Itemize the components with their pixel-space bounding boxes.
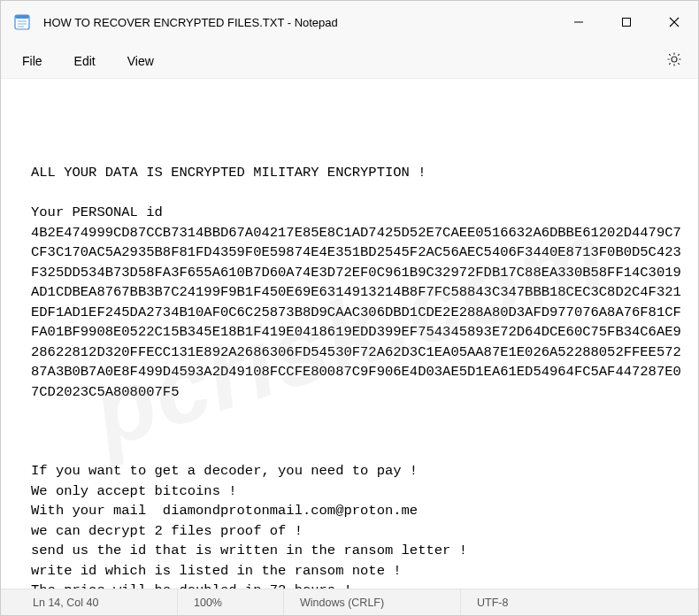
titlebar[interactable]: HOW TO RECOVER ENCRYPTED FILES.TXT - Not… xyxy=(1,1,698,43)
status-eol: Windows (CRLF) xyxy=(284,589,461,615)
minimize-button[interactable] xyxy=(555,1,603,43)
maximize-button[interactable] xyxy=(603,1,650,43)
menu-view[interactable]: View xyxy=(111,49,170,73)
status-cursor: Ln 14, Col 40 xyxy=(1,589,178,615)
menu-edit[interactable]: Edit xyxy=(58,49,111,73)
status-zoom[interactable]: 100% xyxy=(178,589,284,615)
window-title: HOW TO RECOVER ENCRYPTED FILES.TXT - Not… xyxy=(43,16,555,29)
settings-button[interactable] xyxy=(656,46,693,76)
gear-icon xyxy=(666,51,682,67)
close-button[interactable] xyxy=(650,1,698,43)
statusbar: Ln 14, Col 40 100% Windows (CRLF) UTF-8 xyxy=(1,589,698,615)
notepad-icon xyxy=(13,13,31,31)
notepad-window: HOW TO RECOVER ENCRYPTED FILES.TXT - Not… xyxy=(0,0,699,616)
window-controls xyxy=(555,1,698,43)
menu-file[interactable]: File xyxy=(6,49,58,73)
svg-rect-1 xyxy=(15,15,29,19)
document-body: ALL YOUR DATA IS ENCRYPTED MILITARY ENCR… xyxy=(31,163,686,589)
svg-rect-6 xyxy=(623,19,631,27)
menubar: File Edit View xyxy=(1,43,698,79)
text-editor[interactable]: pcrisk.com ALL YOUR DATA IS ENCRYPTED MI… xyxy=(1,79,698,589)
status-encoding: UTF-8 xyxy=(461,589,698,615)
